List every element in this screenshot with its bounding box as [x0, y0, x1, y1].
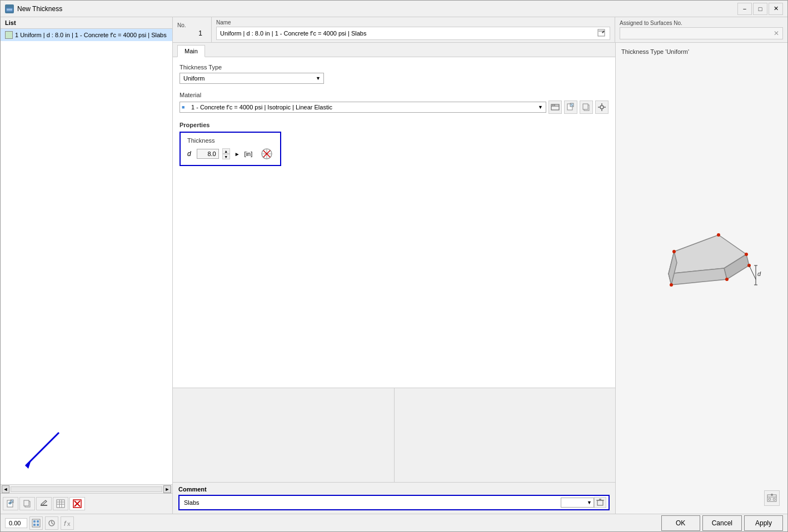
window-title: New Thickness	[17, 5, 62, 13]
svg-point-49	[672, 250, 676, 253]
bottom-panel-left	[173, 388, 395, 482]
svg-rect-1	[7, 9, 12, 11]
thickness-value-input[interactable]	[197, 149, 219, 159]
svg-rect-66	[37, 520, 39, 523]
statusbar: 0.00 f x	[1, 514, 787, 531]
thickness-type-select-container: Uniform Variable Layers ▼	[179, 73, 324, 84]
titlebar-left: New Thickness	[5, 4, 62, 13]
svg-point-32	[600, 106, 604, 109]
svg-point-54	[670, 283, 673, 287]
copy-item-button[interactable]	[19, 497, 35, 510]
table-view-button[interactable]	[53, 497, 68, 510]
svg-point-62	[769, 498, 771, 500]
material-label: Material	[179, 92, 609, 98]
edit-item-button[interactable]	[36, 497, 52, 510]
material-field: Material 1 - Concrete f'c = 4000 psi | I…	[179, 92, 609, 114]
thickness-d-label: d	[187, 150, 191, 158]
svg-point-61	[771, 494, 773, 496]
d-annotation: d	[757, 270, 761, 277]
tab-main[interactable]: Main	[177, 45, 205, 57]
svg-rect-42	[597, 500, 603, 505]
svg-rect-20	[598, 29, 605, 36]
comment-clear-button[interactable]	[594, 497, 606, 508]
assigned-section: Assigned to Surfaces No. ✕	[615, 17, 787, 42]
material-new-button[interactable]	[564, 101, 577, 114]
main-split: Main Thickness Type	[173, 43, 787, 514]
thickness-type-field: Thickness Type Uniform Variable Layers	[179, 64, 609, 84]
maximize-button[interactable]: □	[753, 3, 767, 15]
no-value: 1	[177, 29, 207, 37]
left-panel: List 1 Uniform | d : 8.0 in | 1 - Concre…	[1, 17, 173, 514]
tabs: Main	[173, 43, 615, 57]
status-icon-1[interactable]	[29, 516, 43, 530]
list-area: 1 Uniform | d : 8.0 in | 1 - Concrete f'…	[1, 29, 172, 484]
name-edit-button[interactable]	[596, 29, 606, 38]
list-item[interactable]: 1 Uniform | d : 8.0 in | 1 - Concrete f'…	[1, 29, 172, 41]
main-content: List 1 Uniform | d : 8.0 in | 1 - Concre…	[1, 17, 787, 531]
preview-bottom	[621, 488, 782, 508]
close-button[interactable]: ✕	[769, 3, 783, 15]
thickness-stepper: ▲ ▼	[222, 148, 230, 159]
delete-item-button[interactable]	[69, 497, 85, 510]
properties-section: Properties Thickness d ▲	[179, 122, 609, 166]
no-section: No. 1	[173, 17, 212, 42]
svg-line-55	[749, 265, 756, 279]
app-icon	[5, 4, 14, 13]
svg-rect-65	[33, 520, 36, 523]
name-section: Name Uniform | d : 8.0 in | 1 - Concrete…	[212, 17, 615, 42]
thickness-type-select[interactable]: Uniform Variable Layers	[179, 73, 324, 84]
svg-text:f: f	[64, 519, 67, 528]
list-header: List	[1, 17, 172, 29]
new-item-button[interactable]	[3, 497, 18, 510]
preview-settings-button[interactable]	[764, 490, 780, 506]
comment-input[interactable]	[182, 498, 558, 507]
status-icon-3[interactable]: f x	[61, 516, 74, 530]
thickness-diagram-button[interactable]	[260, 147, 273, 160]
svg-rect-9	[24, 500, 29, 506]
ok-button[interactable]: OK	[661, 515, 700, 531]
cancel-button[interactable]: Cancel	[702, 515, 742, 531]
material-copy-button[interactable]	[580, 101, 593, 114]
material-row: 1 - Concrete f'c = 4000 psi | Isotropic …	[179, 101, 609, 114]
material-select[interactable]: 1 - Concrete f'c = 4000 psi | Isotropic …	[179, 102, 546, 113]
scroll-track[interactable]	[11, 486, 162, 492]
assigned-clear-button[interactable]: ✕	[774, 29, 779, 37]
form-body: Thickness Type Uniform Variable Layers	[173, 57, 615, 388]
thickness-up-button[interactable]: ▲	[222, 148, 230, 154]
preview-panel: Thickness Type 'Uniform'	[615, 43, 787, 514]
svg-rect-67	[33, 524, 36, 526]
main-window: New Thickness − □ ✕ List 1 Uniform | d :…	[0, 0, 788, 532]
list-item-icon	[5, 31, 13, 39]
bottom-panel-right	[395, 388, 616, 482]
svg-point-63	[773, 498, 775, 500]
thickness-down-button[interactable]: ▼	[222, 154, 230, 159]
status-icon-2[interactable]	[45, 516, 58, 530]
action-buttons: OK Cancel Apply	[661, 515, 783, 531]
thickness-type-row: Uniform Variable Layers ▼	[179, 73, 609, 84]
svg-point-50	[717, 233, 720, 237]
svg-marker-11	[41, 500, 47, 505]
bottom-panels	[173, 388, 615, 482]
material-settings-button[interactable]	[595, 101, 609, 114]
scroll-right-arrow[interactable]: ►	[163, 485, 171, 493]
shape-preview-svg: d	[641, 224, 763, 324]
list-toolbar	[1, 494, 172, 514]
scrollbar: ◄ ►	[1, 485, 172, 494]
assigned-input[interactable]: ✕	[620, 27, 783, 39]
minimize-button[interactable]: −	[737, 3, 752, 15]
titlebar: New Thickness − □ ✕	[1, 1, 787, 17]
thickness-unit: [in]	[245, 150, 253, 157]
apply-button[interactable]: Apply	[744, 515, 783, 531]
svg-rect-12	[57, 500, 64, 508]
assigned-label: Assigned to Surfaces No.	[620, 20, 783, 26]
properties-label: Properties	[179, 122, 609, 128]
thickness-box: Thickness d ▲ ▼ ►	[179, 132, 281, 166]
material-browse-button[interactable]	[548, 101, 562, 114]
thickness-section-label: Thickness	[187, 137, 273, 144]
svg-point-51	[745, 253, 748, 256]
thickness-row: d ▲ ▼ ► [in]	[187, 147, 273, 160]
svg-point-53	[725, 278, 729, 281]
svg-line-71	[52, 523, 53, 524]
scroll-left-arrow[interactable]: ◄	[2, 485, 9, 493]
comment-select[interactable]	[561, 498, 594, 508]
